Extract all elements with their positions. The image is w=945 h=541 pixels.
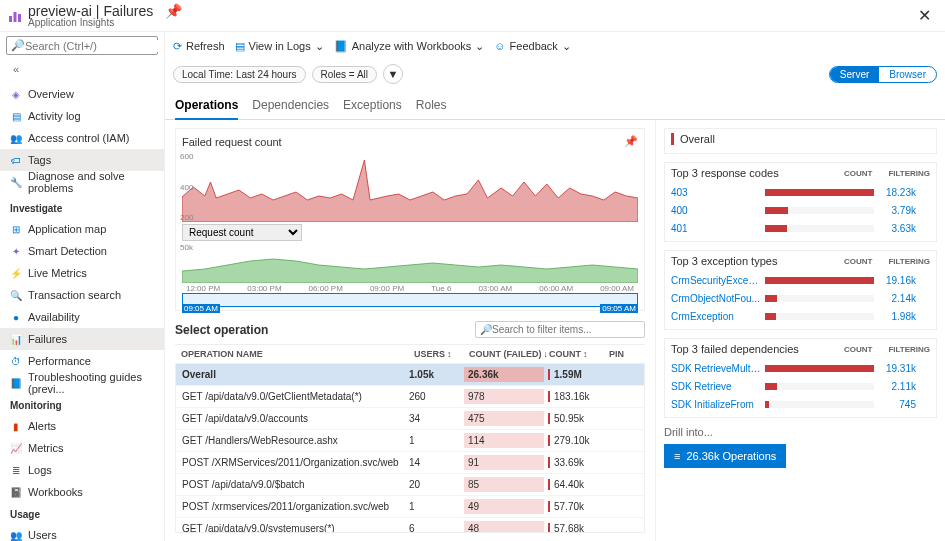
collapse-sidebar-icon[interactable]: «	[6, 63, 26, 75]
card-row[interactable]: SDK Retrieve2.11k	[671, 377, 930, 395]
card-row[interactable]: SDK InitializeFrom745	[671, 395, 930, 413]
card-row[interactable]: SDK RetrieveMulti...19.31k	[671, 359, 930, 377]
nav-item-performance[interactable]: ⏱Performance	[0, 350, 164, 372]
col-count[interactable]: COUNT ↕	[549, 349, 609, 359]
table-row[interactable]: GET /Handlers/WebResource.ashx1114279.10…	[176, 430, 644, 452]
failed-chart: 600400200	[182, 152, 638, 222]
close-icon[interactable]: ✕	[912, 4, 937, 27]
tab-exceptions[interactable]: Exceptions	[343, 92, 402, 119]
nav-item-availability[interactable]: ●Availability	[0, 306, 164, 328]
row-label[interactable]: 401	[671, 223, 761, 234]
table-row[interactable]: POST /XRMServices/2011/Organization.svc/…	[176, 452, 644, 474]
nav-item-live-metrics[interactable]: ⚡Live Metrics	[0, 262, 164, 284]
col-users[interactable]: USERS ↕	[414, 349, 469, 359]
nav-item-application-map[interactable]: ⊞Application map	[0, 218, 164, 240]
row-label[interactable]: SDK Retrieve	[671, 381, 761, 392]
nav-item-diagnose-and-solve-problems[interactable]: 🔧Diagnose and solve problems	[0, 171, 164, 193]
row-count[interactable]: 2.14k	[878, 293, 916, 304]
row-count[interactable]: 2.11k	[878, 381, 916, 392]
op-count: 33.69k	[548, 457, 608, 468]
nav-item-failures[interactable]: 📊Failures	[0, 328, 164, 350]
nav-icon: ▮	[10, 420, 22, 432]
row-label[interactable]: 403	[671, 187, 761, 198]
pin-icon[interactable]: 📌	[165, 3, 182, 19]
nav-item-transaction-search[interactable]: 🔍Transaction search	[0, 284, 164, 306]
card-row[interactable]: 40318.23k	[671, 183, 930, 201]
nav-item-smart-detection[interactable]: ✦Smart Detection	[0, 240, 164, 262]
search-input[interactable]	[25, 40, 163, 52]
nav-item-tags[interactable]: 🏷Tags	[0, 149, 164, 171]
row-label[interactable]: SDK RetrieveMulti...	[671, 363, 761, 374]
nav-label: Application map	[28, 223, 106, 235]
nav-item-logs[interactable]: ≣Logs	[0, 459, 164, 481]
chart-metric-select[interactable]: Request count	[182, 224, 638, 241]
server-browser-toggle[interactable]: Server Browser	[829, 66, 937, 83]
op-users: 1	[409, 435, 464, 446]
time-filter-pill[interactable]: Local Time: Last 24 hours	[173, 66, 306, 83]
toggle-server[interactable]: Server	[830, 67, 879, 82]
nav-label: Overview	[28, 88, 74, 100]
nav-item-overview[interactable]: ◈Overview	[0, 83, 164, 105]
table-row[interactable]: GET /api/data/v9.0/accounts3447550.95k	[176, 408, 644, 430]
operation-filter[interactable]: 🔎	[475, 321, 645, 338]
card-row[interactable]: 4003.79k	[671, 201, 930, 219]
row-label[interactable]: CrmObjectNotFou...	[671, 293, 761, 304]
card-row[interactable]: CrmSecurityExcept...19.16k	[671, 271, 930, 289]
header-title-block: preview-ai | Failures 📌 Application Insi…	[28, 3, 182, 28]
nav-item-access-control-iam-[interactable]: 👥Access control (IAM)	[0, 127, 164, 149]
card-row[interactable]: CrmException1.98k	[671, 307, 930, 325]
row-count[interactable]: 745	[878, 399, 916, 410]
col-failed[interactable]: COUNT (FAILED) ↓	[469, 349, 549, 359]
drill-operations-button[interactable]: ≡ 26.36k Operations	[664, 444, 786, 468]
row-count[interactable]: 3.79k	[878, 205, 916, 216]
col-name[interactable]: OPERATION NAME	[181, 349, 414, 359]
nav-label: Metrics	[28, 442, 63, 454]
sidebar-search[interactable]: 🔎	[6, 36, 158, 55]
nav-item-users[interactable]: 👥Users	[0, 524, 164, 541]
timeline-scrubber[interactable]: 09:05 AM 09:05 AM	[182, 293, 638, 313]
op-failed: 85	[464, 477, 544, 492]
row-label[interactable]: SDK InitializeFrom	[671, 399, 761, 410]
row-count[interactable]: 19.31k	[878, 363, 916, 374]
nav-icon: 📈	[10, 442, 22, 454]
add-filter-button[interactable]: ▼	[383, 64, 403, 84]
nav-item-alerts[interactable]: ▮Alerts	[0, 415, 164, 437]
table-row[interactable]: GET /api/data/v9.0/GetClientMetadata(*)2…	[176, 386, 644, 408]
row-bar	[765, 207, 874, 214]
card-title: Top 3 failed dependencies	[671, 343, 799, 355]
card-row[interactable]: 4013.63k	[671, 219, 930, 237]
chart-card: Failed request count 📌 600400200 Request…	[175, 128, 645, 311]
table-row[interactable]: POST /xrmservices/2011/organization.svc/…	[176, 496, 644, 518]
analyze-button[interactable]: 📘Analyze with Workbooks ⌄	[334, 40, 485, 53]
feedback-button[interactable]: ☺Feedback ⌄	[494, 40, 571, 53]
nav-item-workbooks[interactable]: 📓Workbooks	[0, 481, 164, 503]
nav-item-activity-log[interactable]: ▤Activity log	[0, 105, 164, 127]
roles-filter-pill[interactable]: Roles = All	[312, 66, 378, 83]
toggle-browser[interactable]: Browser	[879, 67, 936, 82]
table-row[interactable]: POST /api/data/v9.0/$batch208564.40k	[176, 474, 644, 496]
row-count[interactable]: 3.63k	[878, 223, 916, 234]
row-count[interactable]: 1.98k	[878, 311, 916, 322]
tab-dependencies[interactable]: Dependencies	[252, 92, 329, 119]
nav-item-metrics[interactable]: 📈Metrics	[0, 437, 164, 459]
view-logs-button[interactable]: ▤View in Logs ⌄	[235, 40, 324, 53]
row-count[interactable]: 19.16k	[878, 275, 916, 286]
table-row[interactable]: Overall1.05k26.36k1.59M	[176, 364, 644, 386]
nav-label: Smart Detection	[28, 245, 107, 257]
refresh-button[interactable]: ⟳Refresh	[173, 40, 225, 53]
tab-roles[interactable]: Roles	[416, 92, 447, 119]
row-bar	[765, 295, 874, 302]
card-row[interactable]: CrmObjectNotFou...2.14k	[671, 289, 930, 307]
row-label[interactable]: 400	[671, 205, 761, 216]
table-row[interactable]: GET /api/data/v9.0/systemusers(*)64857.6…	[176, 518, 644, 533]
row-label[interactable]: CrmException	[671, 311, 761, 322]
row-count[interactable]: 18.23k	[878, 187, 916, 198]
chart-title: Failed request count	[182, 136, 282, 148]
op-name: Overall	[182, 369, 409, 380]
row-label[interactable]: CrmSecurityExcept...	[671, 275, 761, 286]
op-users: 1	[409, 501, 464, 512]
op-users: 260	[409, 391, 464, 402]
tab-operations[interactable]: Operations	[175, 92, 238, 120]
nav-item-troubleshooting-guides-previ-[interactable]: 📘Troubleshooting guides (previ...	[0, 372, 164, 394]
pin-chart-icon[interactable]: 📌	[624, 135, 638, 148]
